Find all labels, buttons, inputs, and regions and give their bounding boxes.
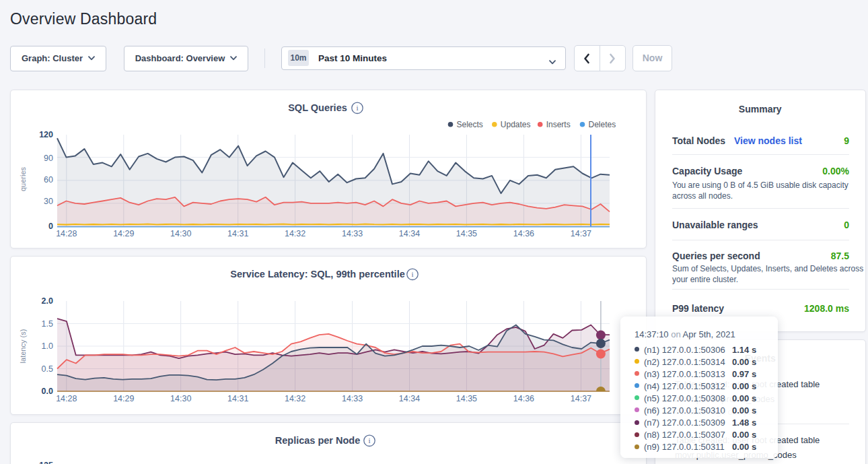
svg-text:14:37: 14:37 — [571, 394, 591, 403]
svg-text:latency (s): latency (s) — [19, 329, 27, 364]
svg-text:Inserts: Inserts — [546, 120, 571, 129]
svg-text:14:31: 14:31 — [227, 229, 248, 238]
svg-text:14:28: 14:28 — [56, 394, 77, 403]
svg-text:14:29: 14:29 — [113, 229, 134, 238]
svg-text:14:34: 14:34 — [399, 229, 420, 238]
svg-text:i: i — [368, 436, 370, 444]
svg-text:30: 30 — [44, 197, 53, 206]
svg-text:Updates: Updates — [501, 120, 531, 129]
svg-text:queries: queries — [19, 166, 27, 191]
svg-text:i: i — [356, 104, 358, 112]
svg-text:14:36: 14:36 — [513, 394, 534, 403]
svg-text:125: 125 — [39, 461, 53, 464]
svg-text:14:35: 14:35 — [456, 229, 477, 238]
svg-text:60: 60 — [44, 175, 53, 185]
svg-text:14:33: 14:33 — [342, 229, 363, 238]
svg-text:2.0: 2.0 — [42, 296, 53, 306]
svg-text:SQL Queries: SQL Queries — [288, 102, 347, 113]
svg-text:90: 90 — [44, 154, 53, 163]
svg-text:1.5: 1.5 — [42, 319, 53, 329]
svg-text:14:31: 14:31 — [227, 394, 248, 403]
svg-text:1.0: 1.0 — [42, 341, 53, 351]
svg-text:14:33: 14:33 — [342, 394, 363, 403]
svg-text:14:36: 14:36 — [513, 229, 534, 238]
svg-text:14:32: 14:32 — [285, 394, 305, 403]
svg-text:14:30: 14:30 — [170, 229, 191, 238]
svg-text:Replicas per Node: Replicas per Node — [275, 435, 361, 446]
svg-text:0.0: 0.0 — [42, 387, 53, 396]
svg-text:14:35: 14:35 — [456, 394, 477, 403]
svg-text:0.5: 0.5 — [42, 364, 53, 374]
svg-text:14:29: 14:29 — [113, 394, 134, 403]
svg-text:120: 120 — [39, 130, 53, 139]
svg-text:Selects: Selects — [457, 120, 483, 129]
svg-text:Deletes: Deletes — [589, 120, 616, 129]
svg-text:0: 0 — [48, 222, 53, 231]
svg-text:Service Latency: SQL, 99th per: Service Latency: SQL, 99th percentile — [230, 269, 405, 279]
svg-text:14:34: 14:34 — [399, 394, 420, 403]
svg-text:14:37: 14:37 — [571, 229, 591, 238]
svg-text:14:32: 14:32 — [285, 229, 305, 238]
svg-text:i: i — [411, 270, 413, 278]
svg-text:14:28: 14:28 — [56, 229, 77, 238]
svg-text:14:30: 14:30 — [170, 394, 191, 403]
